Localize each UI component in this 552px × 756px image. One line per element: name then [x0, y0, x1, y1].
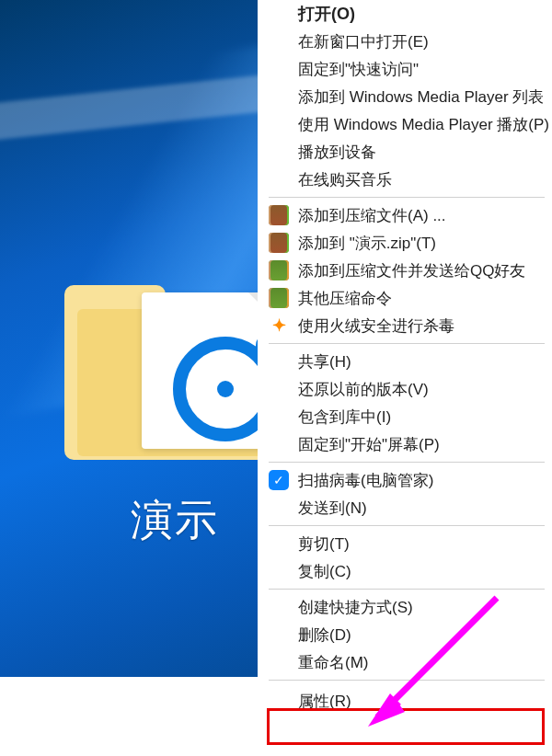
shield-icon: ✓ [269, 470, 289, 490]
menu-item-pin-to-start[interactable]: 固定到"开始"屏幕(P) [263, 430, 552, 458]
menu-item-send-to[interactable]: 发送到(N) [263, 494, 552, 521]
menu-item-properties[interactable]: 属性(R) [263, 684, 552, 717]
menu-separator [269, 680, 545, 681]
folder-icon [64, 285, 285, 460]
menu-item-copy[interactable]: 复制(C) [263, 557, 552, 585]
menu-item-create-shortcut[interactable]: 创建快捷方式(S) [263, 593, 552, 621]
menu-item-open[interactable]: 打开(O) [263, 0, 552, 28]
menu-item-include-in-library[interactable]: 包含到库中(I) [263, 403, 552, 430]
menu-item-add-wmp-list[interactable]: 添加到 Windows Media Player 列表 [263, 83, 552, 110]
menu-separator [269, 525, 545, 526]
menu-item-pin-quick-access[interactable]: 固定到"快速访问" [263, 55, 552, 83]
menu-separator [269, 343, 545, 344]
menu-item-restore-previous[interactable]: 还原以前的版本(V) [263, 375, 552, 403]
menu-item-play-to-device[interactable]: 播放到设备 [263, 138, 552, 166]
menu-item-other-archive-cmd[interactable]: 其他压缩命令 [263, 284, 552, 312]
menu-separator [269, 197, 545, 198]
menu-separator [269, 589, 545, 590]
context-menu: 打开(O) 在新窗口中打开(E) 固定到"快速访问" 添加到 Windows M… [258, 0, 552, 756]
archive-icon [269, 205, 289, 225]
menu-item-cut[interactable]: 剪切(T) [263, 530, 552, 557]
archive-icon [269, 288, 289, 308]
flame-icon: ✦ [269, 315, 289, 336]
menu-item-open-new-window[interactable]: 在新窗口中打开(E) [263, 28, 552, 55]
archive-icon [269, 233, 289, 253]
menu-item-add-to-archive[interactable]: 添加到压缩文件(A) ... [263, 201, 552, 229]
menu-item-rename[interactable]: 重命名(M) [263, 648, 552, 676]
archive-icon [269, 260, 289, 281]
menu-item-add-to-named-zip[interactable]: 添加到 "演示.zip"(T) [263, 229, 552, 257]
menu-item-scan-guanjia[interactable]: ✓ 扫描病毒(电脑管家) [263, 466, 552, 494]
menu-separator [269, 462, 545, 463]
menu-item-share[interactable]: 共享(H) [263, 348, 552, 375]
menu-item-play-wmp[interactable]: 使用 Windows Media Player 播放(P) [263, 110, 552, 138]
screenshot-root: 演示 打开(O) 在新窗口中打开(E) 固定到"快速访问" 添加到 Window… [0, 0, 552, 756]
menu-item-buy-music-online[interactable]: 在线购买音乐 [263, 166, 552, 193]
menu-item-add-archive-send-qq[interactable]: 添加到压缩文件并发送给QQ好友 [263, 257, 552, 284]
menu-item-delete[interactable]: 删除(D) [263, 621, 552, 648]
menu-item-huorong-scan[interactable]: ✦ 使用火绒安全进行杀毒 [263, 312, 552, 339]
